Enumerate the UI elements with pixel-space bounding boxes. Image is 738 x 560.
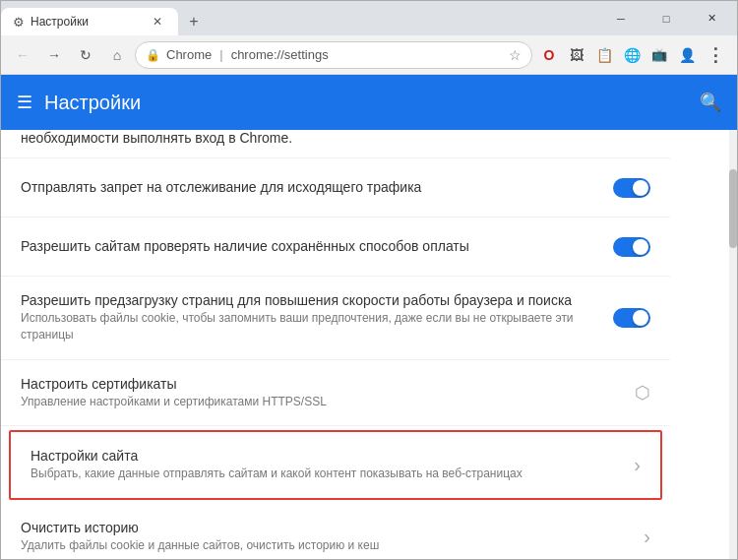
refresh-button[interactable]: ↻	[72, 41, 99, 69]
toggle-payment[interactable]	[613, 237, 650, 257]
scrollbar-thumb[interactable]	[729, 169, 737, 248]
toggle-do-not-track[interactable]	[613, 178, 650, 198]
toggle-preload[interactable]	[613, 308, 650, 328]
toggle-switch[interactable]	[613, 308, 650, 328]
setting-text: Отправлять запрет на отслеживание для ис…	[21, 179, 597, 197]
chevron-right-icon: ›	[644, 526, 650, 547]
setting-title: Настройки сайта	[31, 448, 618, 464]
setting-certificates[interactable]: Настроить сертификаты Управление настрой…	[1, 360, 670, 427]
setting-text: Настроить сертификаты Управление настрой…	[21, 376, 619, 410]
setting-desc: Удалить файлы cookie и данные сайтов, оч…	[21, 537, 628, 554]
chevron-right-icon: ›	[634, 454, 641, 475]
hamburger-icon[interactable]: ☰	[17, 92, 32, 113]
back-button[interactable]: ←	[9, 41, 36, 69]
address-separator: |	[219, 47, 222, 62]
setting-text: Разрешить предзагрузку страниц для повыш…	[21, 292, 597, 343]
setting-text: Разрешить сайтам проверять наличие сохра…	[21, 238, 597, 256]
content-area: необходимости выполнять вход в Chrome. О…	[1, 130, 737, 559]
setting-clear-history[interactable]: Очистить историю Удалить файлы cookie и …	[1, 504, 670, 559]
setting-desc: Использовать файлы cookie, чтобы запомни…	[21, 310, 597, 343]
partial-text: необходимости выполнять вход в Chrome.	[1, 130, 670, 158]
minimize-button[interactable]: ─	[599, 5, 643, 32]
extension-icon-1[interactable]: 🖼	[564, 42, 589, 68]
address-brand: Chrome	[166, 47, 212, 62]
extension-icon-2[interactable]: 📋	[591, 42, 617, 68]
toggle-switch[interactable]	[613, 178, 650, 198]
external-link-icon[interactable]: ⬡	[635, 382, 650, 404]
maximize-button[interactable]: □	[645, 5, 688, 32]
setting-title: Очистить историю	[21, 520, 628, 535]
home-button[interactable]: ⌂	[103, 41, 131, 69]
close-button[interactable]: ✕	[690, 5, 733, 32]
setting-title: Настроить сертификаты	[21, 376, 619, 392]
toolbar-icons: O 🖼 📋 🌐 📺 👤 ⋮	[536, 41, 729, 69]
chevron-right-icon: ›	[634, 454, 641, 476]
forward-button[interactable]: →	[40, 41, 68, 69]
search-icon[interactable]: 🔍	[700, 92, 721, 113]
address-bar[interactable]: 🔒 Chrome | chrome://settings ☆	[135, 41, 532, 69]
security-icon: 🔒	[146, 48, 160, 62]
setting-desc: Управление настройками и сертификатами H…	[21, 394, 619, 410]
setting-preload[interactable]: Разрешить предзагрузку страниц для повыш…	[1, 277, 670, 360]
setting-title: Разрешить предзагрузку страниц для повыш…	[21, 292, 597, 308]
setting-desc: Выбрать, какие данные отправлять сайтам …	[31, 466, 618, 482]
settings-list: необходимости выполнять вход в Chrome. О…	[1, 130, 729, 559]
window-frame: ⚙ Настройки ✕ + ─ □ ✕ ← → ↻ ⌂ 🔒 Chrome |…	[0, 0, 738, 560]
bookmark-button[interactable]: ☆	[509, 47, 522, 63]
active-tab[interactable]: ⚙ Настройки ✕	[1, 8, 178, 35]
setting-text: Очистить историю Удалить файлы cookie и …	[21, 520, 628, 554]
gear-icon: ⚙	[13, 15, 25, 30]
window-controls: ─ □ ✕	[595, 1, 737, 35]
nav-bar: ← → ↻ ⌂ 🔒 Chrome | chrome://settings ☆ O…	[1, 35, 737, 75]
setting-payment[interactable]: Разрешить сайтам проверять наличие сохра…	[1, 218, 670, 277]
setting-title: Отправлять запрет на отслеживание для ис…	[21, 179, 597, 195]
tab-title: Настройки	[31, 15, 143, 29]
new-tab-button[interactable]: +	[178, 8, 210, 35]
tab-strip: ⚙ Настройки ✕ +	[1, 1, 595, 35]
menu-button[interactable]: ⋮	[702, 41, 729, 69]
setting-site-settings[interactable]: Настройки сайта Выбрать, какие данные от…	[9, 430, 662, 500]
cast-icon[interactable]: 📺	[646, 42, 672, 68]
content-inner: необходимости выполнять вход в Chrome. О…	[1, 130, 670, 559]
page-header: ☰ Настройки 🔍	[1, 75, 737, 130]
setting-title: Разрешить сайтам проверять наличие сохра…	[21, 238, 597, 254]
profile-icon[interactable]: 👤	[674, 42, 700, 68]
toggle-switch[interactable]	[613, 237, 650, 257]
opera-icon[interactable]: O	[536, 42, 562, 68]
page-title: Настройки	[44, 92, 141, 114]
setting-do-not-track[interactable]: Отправлять запрет на отслеживание для ис…	[1, 158, 670, 218]
chevron-right-icon: ›	[644, 526, 650, 548]
tab-close-button[interactable]: ✕	[149, 13, 166, 31]
scrollbar-track[interactable]	[729, 130, 737, 559]
address-url: chrome://settings	[231, 47, 329, 62]
translate-icon[interactable]: 🌐	[619, 42, 645, 68]
external-link-icon: ⬡	[635, 383, 650, 403]
setting-text: Настройки сайта Выбрать, какие данные от…	[31, 448, 618, 482]
title-bar: ⚙ Настройки ✕ + ─ □ ✕	[1, 1, 737, 35]
app-body: ☰ Настройки 🔍 необходимости выполнять вх…	[1, 75, 737, 559]
